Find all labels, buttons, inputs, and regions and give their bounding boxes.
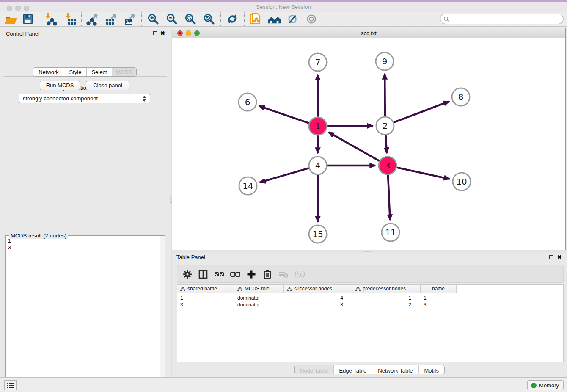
- column-header-shared-name[interactable]: shared name: [177, 285, 234, 293]
- graph-edge-3-1[interactable]: [328, 132, 380, 161]
- graph-edge-2-3[interactable]: [385, 135, 387, 153]
- graph-node-1[interactable]: 1: [309, 117, 327, 135]
- graph-node-label: 14: [242, 181, 253, 191]
- hide-panel-button[interactable]: [303, 12, 320, 26]
- column-layout-button[interactable]: [196, 268, 210, 281]
- float-table-panel-icon[interactable]: [549, 255, 553, 259]
- cell-shared-name[interactable]: 1: [177, 295, 234, 301]
- graph-node-4[interactable]: 4: [309, 157, 327, 174]
- criterion-dropdown[interactable]: strongly connected component: [19, 94, 150, 103]
- save-session-button[interactable]: [19, 12, 36, 26]
- cell-mcds-role[interactable]: dominator: [234, 295, 284, 301]
- network-window-titlebar[interactable]: × − + scc.txt: [172, 28, 565, 38]
- column-header-predecessor-nodes[interactable]: predecessor nodes: [352, 285, 421, 293]
- add-row-button[interactable]: [245, 268, 258, 281]
- tab-style[interactable]: Style: [64, 68, 87, 76]
- column-header-successor-nodes[interactable]: successor nodes: [284, 285, 352, 293]
- cell-mcds-role[interactable]: dominator: [234, 301, 284, 308]
- table-toolbar: f(x): [177, 265, 564, 283]
- graph-node-15[interactable]: 15: [309, 225, 327, 243]
- open-session-button[interactable]: [2, 12, 19, 26]
- graph-node-8[interactable]: 8: [452, 88, 470, 106]
- graph-node-7[interactable]: 7: [309, 53, 327, 71]
- graph-edge-2-8[interactable]: [394, 101, 449, 122]
- table-settings-button[interactable]: [181, 268, 194, 281]
- refresh-layout-button[interactable]: [224, 12, 241, 26]
- delete-row-button[interactable]: [261, 268, 274, 281]
- table-row[interactable]: 3 dominator 3 2 3: [177, 301, 457, 308]
- mcds-result-box[interactable]: MCDS result (2 nodes) 1 3: [5, 235, 165, 392]
- column-header-mcds-role[interactable]: MCDS role: [234, 285, 284, 293]
- graph-edge-1-6[interactable]: [259, 106, 309, 123]
- function-builder-button[interactable]: f(x): [293, 268, 306, 281]
- column-header-name[interactable]: name: [421, 285, 457, 293]
- table-header-row: shared name MCDS role successor nodes pr…: [177, 285, 457, 293]
- cell-predecessor-nodes[interactable]: 1: [352, 295, 421, 301]
- graph-edge-3-10[interactable]: [396, 168, 449, 179]
- table-row[interactable]: 1 dominator 4 1 1: [177, 295, 457, 301]
- deselect-all-button[interactable]: [228, 268, 242, 281]
- tab-select[interactable]: Select: [87, 68, 112, 76]
- graph-node-11[interactable]: 11: [382, 224, 399, 241]
- zoom-in-button[interactable]: [145, 12, 162, 26]
- import-network-icon: [43, 12, 57, 26]
- graph-node-label: 3: [385, 160, 391, 171]
- graph-node-6[interactable]: 6: [239, 93, 256, 111]
- import-network-button[interactable]: [41, 12, 58, 26]
- result-scrollbar[interactable]: [160, 236, 165, 392]
- network-canvas[interactable]: 1234678910111415: [172, 38, 565, 250]
- cell-predecessor-nodes[interactable]: 2: [352, 301, 421, 308]
- graph-node-3[interactable]: 3: [379, 157, 396, 174]
- home-button[interactable]: [266, 12, 283, 26]
- cell-name[interactable]: 1: [421, 295, 457, 301]
- ndex-button[interactable]: [284, 12, 301, 26]
- control-panel-title: Control Panel: [6, 30, 39, 37]
- search-input[interactable]: [451, 15, 561, 23]
- close-panel-button[interactable]: Close panel: [86, 81, 129, 90]
- zoom-out-button[interactable]: [163, 12, 180, 26]
- close-panel-icon[interactable]: ✖: [160, 31, 165, 36]
- tab-network[interactable]: Network: [33, 68, 64, 76]
- close-table-panel-icon[interactable]: ✖: [557, 255, 562, 259]
- float-panel-icon[interactable]: [153, 31, 157, 35]
- dropdown-spinner-icon: [143, 95, 146, 102]
- graph-node-14[interactable]: 14: [239, 177, 257, 195]
- import-table-icon: [63, 12, 77, 26]
- network-view-title: scc.txt: [172, 30, 565, 36]
- graph-node-label: 9: [382, 56, 388, 66]
- delete-table-button[interactable]: [277, 268, 290, 281]
- tab-motifs[interactable]: Motifs: [418, 365, 444, 374]
- graph-node-2[interactable]: 2: [376, 117, 394, 135]
- export-table-button[interactable]: [102, 12, 119, 26]
- cell-name[interactable]: 3: [421, 301, 457, 308]
- graph-edge-3-11[interactable]: [388, 175, 390, 220]
- graph-node-9[interactable]: 9: [376, 52, 394, 70]
- run-mcds-button[interactable]: Run MCDS: [40, 81, 80, 90]
- import-table-button[interactable]: [62, 12, 79, 26]
- export-table-icon: [104, 12, 118, 26]
- tab-node-table[interactable]: Node Table: [295, 365, 334, 374]
- network-from-file-button[interactable]: [248, 12, 264, 26]
- memory-button[interactable]: Memory: [527, 380, 564, 390]
- zoom-fit-button[interactable]: [182, 12, 199, 26]
- graph-edge-2-9[interactable]: [385, 74, 385, 116]
- task-history-button[interactable]: [4, 380, 17, 390]
- export-network-button[interactable]: [84, 12, 101, 26]
- tab-mcds[interactable]: MCDS: [112, 68, 136, 76]
- graph-edge-4-14[interactable]: [260, 168, 309, 182]
- export-image-button[interactable]: [121, 12, 138, 26]
- cell-successor-nodes[interactable]: 4: [284, 295, 352, 301]
- tab-network-table[interactable]: Network Table: [372, 365, 418, 374]
- tab-edge-table[interactable]: Edge Table: [333, 365, 372, 374]
- select-all-button[interactable]: [212, 268, 226, 281]
- graph-node-10[interactable]: 10: [453, 173, 471, 190]
- search-box: [440, 14, 564, 24]
- hierarchy-icon: [287, 287, 292, 291]
- graph-edge-1-2[interactable]: [327, 126, 373, 126]
- zoom-selected-button[interactable]: [201, 12, 217, 26]
- cell-shared-name[interactable]: 3: [177, 301, 234, 308]
- hierarchy-icon: [180, 287, 185, 291]
- splitter-grip[interactable]: [364, 251, 371, 252]
- cell-successor-nodes[interactable]: 3: [284, 301, 352, 308]
- zoom-out-icon: [165, 13, 178, 25]
